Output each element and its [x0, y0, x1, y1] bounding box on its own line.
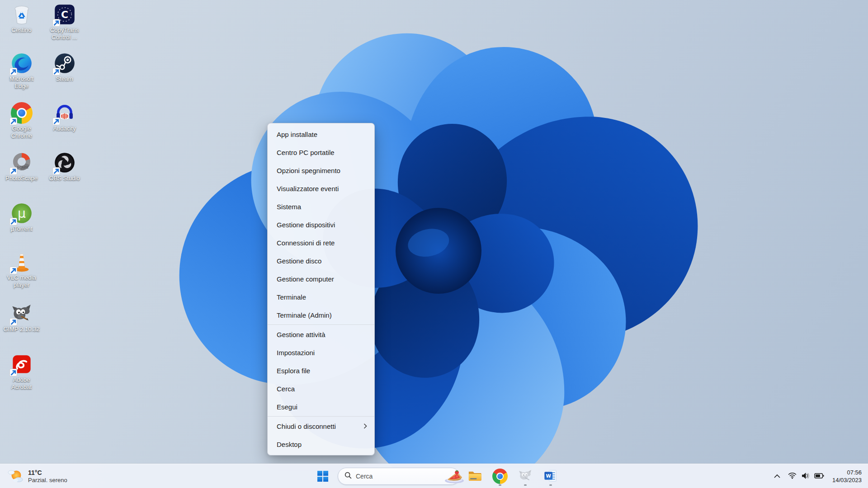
desktop-icon-audacity[interactable]: Audacity — [43, 102, 86, 132]
menu-item-centro-pc-portatile[interactable]: Centro PC portatile — [268, 143, 374, 161]
clock-time: 07:56 — [847, 469, 862, 476]
taskbar-word[interactable]: W — [540, 466, 561, 487]
audacity-icon — [54, 102, 75, 124]
desktop-icon-label: CopyTrans Control ... — [46, 27, 83, 41]
menu-item-connessioni-di-rete[interactable]: Connessioni di rete — [268, 234, 374, 252]
desktop-icon-label: Cestino — [11, 27, 31, 34]
menu-item-gestione-dispositivi[interactable]: Gestione dispositivi — [268, 216, 374, 234]
desktop-icon-recycle-bin[interactable]: Cestino — [0, 4, 43, 34]
gimp-wilber-icon — [518, 469, 533, 484]
shortcut-arrow-icon — [9, 117, 17, 125]
edge-icon — [11, 52, 33, 74]
desktop-icon-label: Google Chrome — [3, 125, 40, 140]
desktop-icon-label: Adobe Acrobat — [3, 376, 40, 391]
vlc-cone-icon — [11, 251, 33, 273]
recycle-bin-icon — [11, 4, 33, 25]
desktop-icon-utorrent[interactable]: µ µTorrent — [0, 202, 43, 233]
menu-item-label: Chiudi o disconnetti — [277, 422, 336, 430]
menu-item-opzioni-spegnimento[interactable]: Opzioni spegnimento — [268, 161, 374, 179]
menu-item-esplora-file[interactable]: Esplora file — [268, 361, 374, 380]
taskbar-chrome[interactable] — [490, 466, 510, 487]
battery-icon — [814, 473, 824, 480]
menu-item-label: Esplora file — [277, 367, 310, 375]
desktop-wallpaper: Cestino C CopyTrans Control ... Microsof — [0, 0, 868, 488]
shortcut-arrow-icon — [9, 318, 17, 326]
menu-item-label: Centro PC portatile — [277, 149, 335, 156]
file-explorer-icon — [468, 470, 481, 483]
menu-item-gestione-computer[interactable]: Gestione computer — [268, 270, 374, 288]
desktop-icon-label: VLC media player — [3, 274, 40, 289]
photoscape-icon: SCAPE — [11, 152, 33, 174]
menu-separator — [268, 324, 374, 325]
running-indicator — [549, 484, 552, 486]
menu-item-app-installate[interactable]: App installate — [268, 125, 374, 143]
svg-text:SCAPE: SCAPE — [17, 165, 28, 169]
shortcut-arrow-icon — [52, 19, 60, 27]
menu-item-cerca[interactable]: Cerca — [268, 380, 374, 398]
desktop-icon-gimp[interactable]: GIMP 2.10.32 — [0, 303, 43, 333]
svg-text:C: C — [61, 9, 68, 20]
desktop-icon-google-chrome[interactable]: Google Chrome — [0, 102, 43, 140]
menu-item-esegui[interactable]: Esegui — [268, 398, 374, 416]
weather-temperature: 11°C — [28, 469, 42, 477]
taskbar: 11°C Parzial. sereno — [0, 464, 868, 488]
menu-item-label: Connessioni di rete — [277, 239, 335, 247]
desktop-icon-microsoft-edge[interactable]: Microsoft Edge — [0, 52, 43, 90]
desktop-icon-vlc[interactable]: VLC media player — [0, 251, 43, 289]
desktop-icon-label: Microsoft Edge — [3, 75, 40, 90]
menu-item-label: Terminale — [277, 293, 306, 301]
running-indicator — [499, 484, 501, 486]
shortcut-arrow-icon — [52, 68, 60, 75]
windows-logo-icon — [317, 471, 328, 482]
search-input[interactable] — [356, 473, 438, 480]
svg-text:W: W — [546, 474, 551, 479]
menu-item-impostazioni[interactable]: Impostazioni — [268, 343, 374, 361]
shortcut-arrow-icon — [52, 117, 60, 125]
desktop-icon-copytrans-control[interactable]: C CopyTrans Control ... — [43, 4, 86, 41]
menu-separator — [268, 416, 374, 417]
menu-item-sistema[interactable]: Sistema — [268, 197, 374, 216]
word-icon: W — [544, 469, 557, 484]
desktop-icon-photoscape[interactable]: SCAPE PhotoScape — [0, 152, 43, 182]
utorrent-icon: µ — [11, 202, 33, 224]
shortcut-arrow-icon — [9, 267, 17, 274]
strawberry-pie-image — [442, 469, 466, 484]
taskbar-search[interactable] — [338, 468, 460, 485]
menu-item-label: App installate — [277, 131, 317, 138]
menu-item-chiudi-o-disconnetti[interactable]: Chiudi o disconnetti — [268, 417, 374, 435]
start-button[interactable] — [312, 466, 333, 487]
clock-date: 14/03/2023 — [832, 476, 862, 484]
menu-item-label: Opzioni spegnimento — [277, 167, 340, 174]
taskbar-file-explorer[interactable] — [464, 466, 485, 487]
menu-item-label: Visualizzatore eventi — [277, 185, 339, 192]
shortcut-arrow-icon — [9, 218, 17, 225]
desktop-icon-steam[interactable]: Steam — [43, 52, 86, 83]
wifi-icon — [788, 472, 797, 480]
tray-clock[interactable]: 07:56 14/03/2023 — [828, 466, 866, 486]
shortcut-arrow-icon — [9, 68, 17, 75]
gimp-wilber-icon — [11, 303, 33, 324]
menu-item-label: Esegui — [277, 403, 297, 411]
menu-item-label: Cerca — [277, 385, 295, 393]
taskbar-gimp[interactable] — [515, 466, 536, 487]
desktop-icon-adobe-acrobat[interactable]: Adobe Acrobat — [0, 353, 43, 391]
bloom-wallpaper-art — [122, 16, 755, 468]
search-icon — [344, 472, 352, 481]
menu-item-label: Gestione disco — [277, 257, 321, 265]
menu-item-gestione-disco[interactable]: Gestione disco — [268, 252, 374, 270]
obs-icon — [54, 152, 75, 174]
menu-item-desktop[interactable]: Desktop — [268, 435, 374, 453]
tray-chevron-up-button[interactable] — [770, 467, 784, 485]
chevron-right-icon — [363, 423, 367, 429]
tray-status-group[interactable] — [784, 467, 828, 485]
menu-item-terminale-admin[interactable]: Terminale (Admin) — [268, 306, 374, 324]
menu-item-gestione-attivita[interactable]: Gestione attività — [268, 325, 374, 343]
menu-item-label: Desktop — [277, 441, 302, 448]
menu-item-visualizzatore-eventi[interactable]: Visualizzatore eventi — [268, 179, 374, 197]
winx-context-menu: App installate Centro PC portatile Opzio… — [267, 123, 375, 455]
running-indicator — [524, 484, 527, 486]
menu-item-terminale[interactable]: Terminale — [268, 288, 374, 306]
desktop-icon-obs-studio[interactable]: OBS Studio — [43, 152, 86, 182]
weather-widget[interactable]: 11°C Parzial. sereno — [2, 465, 72, 488]
menu-item-label: Gestione dispositivi — [277, 221, 335, 229]
